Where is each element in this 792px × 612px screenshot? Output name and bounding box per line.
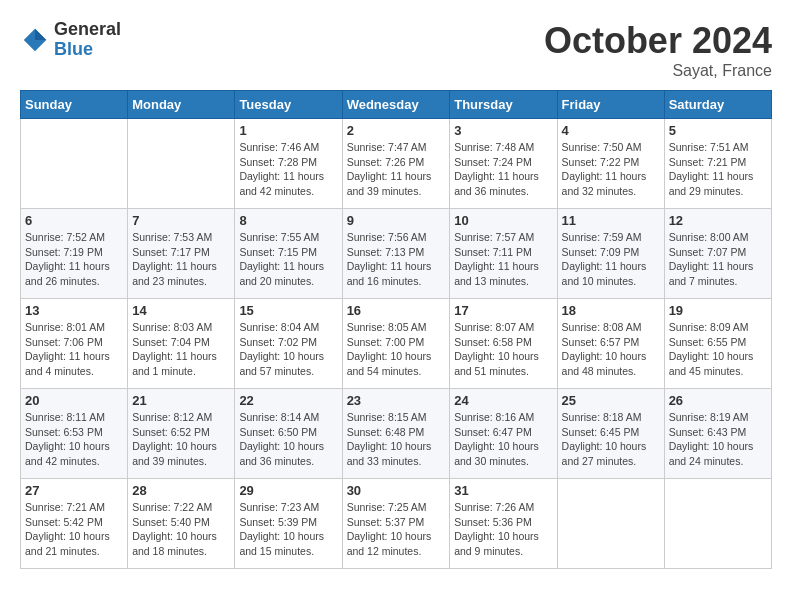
- logo-blue: Blue: [54, 40, 121, 60]
- day-detail: Sunrise: 7:53 AMSunset: 7:17 PMDaylight:…: [132, 230, 230, 289]
- calendar-cell: 14Sunrise: 8:03 AMSunset: 7:04 PMDayligh…: [128, 299, 235, 389]
- day-number: 3: [454, 123, 552, 138]
- weekday-header: Monday: [128, 91, 235, 119]
- day-detail: Sunrise: 8:00 AMSunset: 7:07 PMDaylight:…: [669, 230, 767, 289]
- day-number: 17: [454, 303, 552, 318]
- calendar-cell: [664, 479, 771, 569]
- day-detail: Sunrise: 7:56 AMSunset: 7:13 PMDaylight:…: [347, 230, 446, 289]
- day-number: 15: [239, 303, 337, 318]
- day-number: 8: [239, 213, 337, 228]
- calendar-cell: 2Sunrise: 7:47 AMSunset: 7:26 PMDaylight…: [342, 119, 450, 209]
- day-detail: Sunrise: 8:03 AMSunset: 7:04 PMDaylight:…: [132, 320, 230, 379]
- calendar-cell: 26Sunrise: 8:19 AMSunset: 6:43 PMDayligh…: [664, 389, 771, 479]
- day-number: 24: [454, 393, 552, 408]
- calendar-week-row: 20Sunrise: 8:11 AMSunset: 6:53 PMDayligh…: [21, 389, 772, 479]
- day-number: 21: [132, 393, 230, 408]
- calendar-cell: 12Sunrise: 8:00 AMSunset: 7:07 PMDayligh…: [664, 209, 771, 299]
- day-number: 13: [25, 303, 123, 318]
- calendar-cell: 8Sunrise: 7:55 AMSunset: 7:15 PMDaylight…: [235, 209, 342, 299]
- calendar-cell: 19Sunrise: 8:09 AMSunset: 6:55 PMDayligh…: [664, 299, 771, 389]
- location: Sayat, France: [544, 62, 772, 80]
- day-number: 30: [347, 483, 446, 498]
- calendar-cell: 9Sunrise: 7:56 AMSunset: 7:13 PMDaylight…: [342, 209, 450, 299]
- day-detail: Sunrise: 7:57 AMSunset: 7:11 PMDaylight:…: [454, 230, 552, 289]
- weekday-header: Tuesday: [235, 91, 342, 119]
- day-detail: Sunrise: 8:05 AMSunset: 7:00 PMDaylight:…: [347, 320, 446, 379]
- day-number: 4: [562, 123, 660, 138]
- calendar-cell: 10Sunrise: 7:57 AMSunset: 7:11 PMDayligh…: [450, 209, 557, 299]
- weekday-header: Saturday: [664, 91, 771, 119]
- calendar-cell: 18Sunrise: 8:08 AMSunset: 6:57 PMDayligh…: [557, 299, 664, 389]
- day-number: 18: [562, 303, 660, 318]
- day-number: 1: [239, 123, 337, 138]
- day-detail: Sunrise: 8:01 AMSunset: 7:06 PMDaylight:…: [25, 320, 123, 379]
- calendar-cell: 3Sunrise: 7:48 AMSunset: 7:24 PMDaylight…: [450, 119, 557, 209]
- day-number: 2: [347, 123, 446, 138]
- day-detail: Sunrise: 8:16 AMSunset: 6:47 PMDaylight:…: [454, 410, 552, 469]
- calendar-cell: 23Sunrise: 8:15 AMSunset: 6:48 PMDayligh…: [342, 389, 450, 479]
- day-number: 12: [669, 213, 767, 228]
- day-number: 10: [454, 213, 552, 228]
- calendar-week-row: 13Sunrise: 8:01 AMSunset: 7:06 PMDayligh…: [21, 299, 772, 389]
- day-number: 5: [669, 123, 767, 138]
- calendar-cell: 1Sunrise: 7:46 AMSunset: 7:28 PMDaylight…: [235, 119, 342, 209]
- calendar-cell: 31Sunrise: 7:26 AMSunset: 5:36 PMDayligh…: [450, 479, 557, 569]
- calendar-cell: 7Sunrise: 7:53 AMSunset: 7:17 PMDaylight…: [128, 209, 235, 299]
- day-number: 22: [239, 393, 337, 408]
- calendar: SundayMondayTuesdayWednesdayThursdayFrid…: [20, 90, 772, 569]
- logo-general: General: [54, 20, 121, 40]
- day-detail: Sunrise: 8:18 AMSunset: 6:45 PMDaylight:…: [562, 410, 660, 469]
- day-detail: Sunrise: 7:51 AMSunset: 7:21 PMDaylight:…: [669, 140, 767, 199]
- day-number: 11: [562, 213, 660, 228]
- weekday-header: Friday: [557, 91, 664, 119]
- day-detail: Sunrise: 7:59 AMSunset: 7:09 PMDaylight:…: [562, 230, 660, 289]
- day-number: 25: [562, 393, 660, 408]
- day-detail: Sunrise: 8:09 AMSunset: 6:55 PMDaylight:…: [669, 320, 767, 379]
- weekday-header: Wednesday: [342, 91, 450, 119]
- month-title: October 2024: [544, 20, 772, 62]
- weekday-header: Thursday: [450, 91, 557, 119]
- calendar-cell: 30Sunrise: 7:25 AMSunset: 5:37 PMDayligh…: [342, 479, 450, 569]
- weekday-header: Sunday: [21, 91, 128, 119]
- day-detail: Sunrise: 7:48 AMSunset: 7:24 PMDaylight:…: [454, 140, 552, 199]
- day-detail: Sunrise: 7:25 AMSunset: 5:37 PMDaylight:…: [347, 500, 446, 559]
- day-number: 26: [669, 393, 767, 408]
- calendar-cell: 13Sunrise: 8:01 AMSunset: 7:06 PMDayligh…: [21, 299, 128, 389]
- calendar-cell: [557, 479, 664, 569]
- calendar-cell: [128, 119, 235, 209]
- day-number: 19: [669, 303, 767, 318]
- calendar-cell: 4Sunrise: 7:50 AMSunset: 7:22 PMDaylight…: [557, 119, 664, 209]
- calendar-week-row: 27Sunrise: 7:21 AMSunset: 5:42 PMDayligh…: [21, 479, 772, 569]
- calendar-week-row: 1Sunrise: 7:46 AMSunset: 7:28 PMDaylight…: [21, 119, 772, 209]
- day-detail: Sunrise: 7:46 AMSunset: 7:28 PMDaylight:…: [239, 140, 337, 199]
- day-number: 14: [132, 303, 230, 318]
- calendar-cell: 17Sunrise: 8:07 AMSunset: 6:58 PMDayligh…: [450, 299, 557, 389]
- calendar-cell: 27Sunrise: 7:21 AMSunset: 5:42 PMDayligh…: [21, 479, 128, 569]
- day-number: 6: [25, 213, 123, 228]
- calendar-cell: 11Sunrise: 7:59 AMSunset: 7:09 PMDayligh…: [557, 209, 664, 299]
- calendar-cell: 15Sunrise: 8:04 AMSunset: 7:02 PMDayligh…: [235, 299, 342, 389]
- calendar-week-row: 6Sunrise: 7:52 AMSunset: 7:19 PMDaylight…: [21, 209, 772, 299]
- day-detail: Sunrise: 8:12 AMSunset: 6:52 PMDaylight:…: [132, 410, 230, 469]
- day-detail: Sunrise: 8:11 AMSunset: 6:53 PMDaylight:…: [25, 410, 123, 469]
- day-number: 23: [347, 393, 446, 408]
- page-header: General Blue October 2024 Sayat, France: [20, 20, 772, 80]
- calendar-cell: 28Sunrise: 7:22 AMSunset: 5:40 PMDayligh…: [128, 479, 235, 569]
- day-number: 28: [132, 483, 230, 498]
- calendar-cell: 16Sunrise: 8:05 AMSunset: 7:00 PMDayligh…: [342, 299, 450, 389]
- day-number: 16: [347, 303, 446, 318]
- calendar-cell: 22Sunrise: 8:14 AMSunset: 6:50 PMDayligh…: [235, 389, 342, 479]
- day-detail: Sunrise: 7:55 AMSunset: 7:15 PMDaylight:…: [239, 230, 337, 289]
- day-number: 31: [454, 483, 552, 498]
- day-detail: Sunrise: 8:04 AMSunset: 7:02 PMDaylight:…: [239, 320, 337, 379]
- day-number: 7: [132, 213, 230, 228]
- day-detail: Sunrise: 7:47 AMSunset: 7:26 PMDaylight:…: [347, 140, 446, 199]
- weekday-header-row: SundayMondayTuesdayWednesdayThursdayFrid…: [21, 91, 772, 119]
- day-number: 20: [25, 393, 123, 408]
- day-detail: Sunrise: 8:07 AMSunset: 6:58 PMDaylight:…: [454, 320, 552, 379]
- day-detail: Sunrise: 7:23 AMSunset: 5:39 PMDaylight:…: [239, 500, 337, 559]
- title-area: October 2024 Sayat, France: [544, 20, 772, 80]
- day-number: 27: [25, 483, 123, 498]
- day-number: 29: [239, 483, 337, 498]
- day-detail: Sunrise: 7:26 AMSunset: 5:36 PMDaylight:…: [454, 500, 552, 559]
